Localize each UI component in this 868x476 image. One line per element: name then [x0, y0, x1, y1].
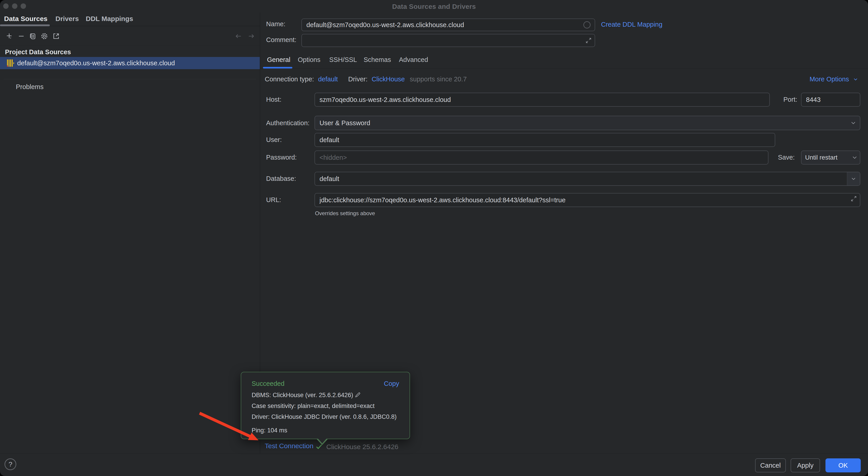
popup-case-line: Case sensitivity: plain=exact, delimited… [252, 403, 374, 410]
chevron-down-icon [850, 176, 857, 182]
chevron-down-icon [852, 76, 859, 82]
password-label: Password: [266, 154, 297, 161]
data-source-name: default@szm7oqed0o.us-west-2.aws.clickho… [17, 60, 175, 67]
chevron-down-icon [851, 154, 858, 161]
connection-type-label: Connection type: [265, 75, 314, 83]
port-field-box [801, 93, 860, 107]
tab-options[interactable]: Options [298, 56, 320, 64]
driver-label: Driver: [348, 75, 368, 83]
tab-drivers[interactable]: Drivers [56, 15, 79, 23]
host-label: Host: [266, 96, 281, 103]
comment-field-box [301, 34, 595, 47]
chevron-down-icon [850, 120, 857, 126]
authentication-select[interactable]: User & Password [314, 116, 860, 130]
user-input[interactable] [315, 133, 775, 146]
save-value: Until restart [805, 154, 851, 161]
user-label: User: [266, 136, 282, 143]
host-field-box [314, 93, 770, 107]
connection-summary: Connection type: default Driver: ClickHo… [265, 75, 467, 83]
left-tab-bar: Data Sources Drivers DDL Mappings [0, 13, 260, 26]
save-label: Save: [778, 154, 795, 161]
save-select[interactable]: Until restart [801, 150, 860, 165]
left-toolbar [0, 26, 260, 46]
create-ddl-mapping-link[interactable]: Create DDL Mapping [601, 21, 662, 28]
popup-pointer-fill [317, 438, 327, 443]
duplicate-icon[interactable] [29, 32, 37, 40]
name-label: Name: [266, 20, 285, 28]
password-field-box [314, 150, 769, 165]
window-title: Data Sources and Drivers [0, 3, 868, 10]
annotation-arrow [192, 405, 269, 450]
more-options[interactable]: More Options [810, 75, 859, 83]
connection-status-text: ClickHouse 25.6.2.6426 [326, 443, 399, 451]
edit-pencil-icon[interactable] [354, 392, 361, 398]
title-bar: Data Sources and Drivers [0, 0, 868, 13]
open-in-new-icon[interactable] [52, 32, 60, 40]
port-label: Port: [783, 96, 797, 103]
name-field-box [301, 19, 595, 31]
data-source-list-item[interactable]: default@szm7oqed0o.us-west-2.aws.clickho… [0, 57, 260, 69]
popup-driver-line: Driver: ClickHouse JDBC Driver (ver. 0.8… [252, 413, 397, 420]
name-input[interactable] [302, 19, 595, 31]
add-data-source-icon[interactable] [5, 32, 13, 40]
host-input[interactable] [315, 93, 769, 106]
tab-data-sources[interactable]: Data Sources [4, 15, 48, 23]
tab-schemas[interactable]: Schemas [364, 56, 391, 64]
tab-ddl-mappings[interactable]: DDL Mappings [86, 15, 133, 23]
connection-type-link[interactable]: default [318, 75, 338, 83]
popup-dbms-line: DBMS: ClickHouse (ver. 25.6.2.6426) [252, 392, 361, 399]
expand-icon[interactable] [850, 195, 857, 202]
left-panel: Data Sources Drivers DDL Mappings [0, 13, 260, 454]
comment-input[interactable] [302, 34, 595, 46]
database-combo[interactable] [314, 172, 860, 186]
driver-note: supports since 20.7 [410, 75, 467, 83]
tab-advanced[interactable]: Advanced [399, 56, 428, 64]
tab-general[interactable]: General [267, 56, 290, 64]
problems-section[interactable]: Problems [16, 83, 44, 91]
dialog-footer: ? Cancel Apply OK [0, 453, 868, 476]
database-label: Database: [266, 175, 296, 182]
active-tab-underline [0, 25, 50, 26]
comment-label: Comment: [266, 36, 297, 44]
forward-arrow-icon[interactable] [247, 32, 255, 40]
clickhouse-icon [7, 59, 14, 67]
url-input[interactable] [315, 194, 860, 207]
tab-ssh-ssl[interactable]: SSH/SSL [329, 56, 357, 64]
user-field-box [314, 133, 775, 147]
copy-link[interactable]: Copy [384, 380, 399, 387]
driver-link[interactable]: ClickHouse [372, 75, 405, 83]
gear-icon[interactable] [40, 32, 49, 40]
password-input[interactable] [315, 151, 768, 164]
authentication-value: User & Password [319, 120, 850, 127]
database-input[interactable] [315, 172, 860, 185]
popup-status: Succeeded [252, 380, 284, 387]
test-connection-link[interactable]: Test Connection [265, 442, 313, 450]
back-arrow-icon[interactable] [235, 32, 243, 40]
database-dropdown-button[interactable] [847, 172, 860, 185]
url-label: URL: [266, 196, 281, 204]
url-note: Overrides settings above [315, 210, 375, 216]
remove-data-source-icon[interactable] [17, 32, 25, 40]
data-sources-dialog: Data Sources and Drivers Data Sources Dr… [0, 0, 868, 476]
ok-button[interactable]: OK [826, 458, 861, 472]
url-field-box [314, 193, 860, 207]
list-divider [4, 79, 256, 79]
apply-button[interactable]: Apply [790, 458, 820, 472]
loading-circle-icon [583, 21, 591, 29]
help-button[interactable]: ? [4, 458, 16, 470]
more-options-link[interactable]: More Options [810, 75, 849, 83]
expand-icon[interactable] [585, 37, 592, 44]
project-data-sources-header: Project Data Sources [5, 48, 71, 56]
authentication-label: Authentication: [266, 120, 310, 127]
cancel-button[interactable]: Cancel [755, 458, 786, 472]
port-input[interactable] [802, 93, 860, 106]
